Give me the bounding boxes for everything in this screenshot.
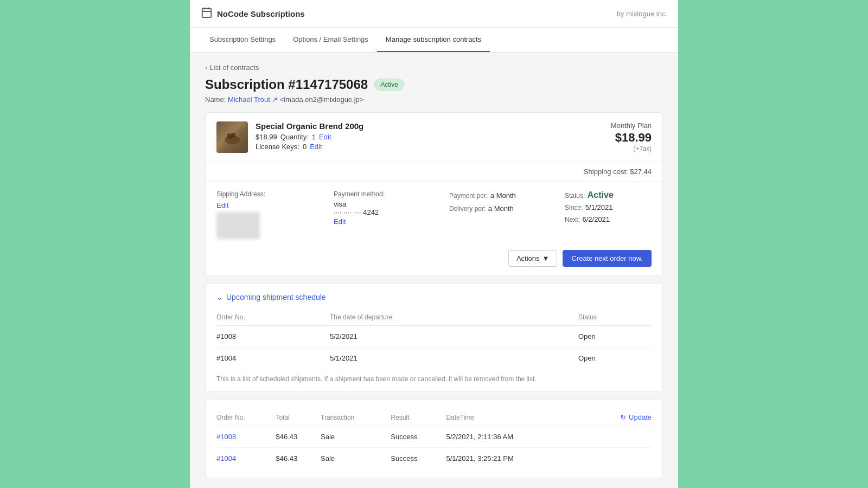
schedule-row: #1004 5/1/2021 Open <box>216 348 652 369</box>
orders-col-datetime: DateTime <box>446 409 586 426</box>
payment-card: ···· ···· ···· 4242 <box>334 208 441 216</box>
license-label: License Keys: <box>256 143 299 151</box>
schedule-card: ⌄ Upcoming shipment schedule Order No. T… <box>205 284 663 392</box>
orders-card: Order No. Total Transaction Result DateT… <box>205 400 663 478</box>
col-departure: The date of departure <box>330 309 578 326</box>
schedule-table: Order No. The date of departure Status #… <box>216 309 652 369</box>
edit-license-link[interactable]: Edit <box>310 143 322 151</box>
actions-label: Actions <box>516 254 540 262</box>
page-header: Subscription #1147175068 Active <box>205 77 663 92</box>
customer-name-label: Name: <box>205 95 228 104</box>
payment-per-label: Payment per: <box>449 192 488 200</box>
schedule-status: Open <box>578 348 652 369</box>
payment-method-value: visa <box>334 200 441 208</box>
order-no-cell: #1008 <box>216 426 276 448</box>
plan-tax: (+Tax) <box>611 145 652 152</box>
top-bar: NoCode Subscriptions by mixlogue inc. <box>190 0 678 28</box>
product-price: $18.99 <box>256 133 277 141</box>
actions-row: Actions ▼ Create next order now. <box>216 250 652 267</box>
refresh-icon: ↻ <box>620 413 626 421</box>
schedule-title[interactable]: Upcoming shipment schedule <box>226 293 326 301</box>
payment-method-col: Payment method: visa ···· ···· ···· 4242… <box>334 190 441 226</box>
svg-rect-0 <box>202 9 212 17</box>
plan-price: $18.99 <box>611 131 652 145</box>
svg-point-7 <box>229 137 233 140</box>
update-label: Update <box>629 413 652 421</box>
edit-payment-link[interactable]: Edit <box>334 217 346 226</box>
chevron-down-icon: ▼ <box>542 254 550 262</box>
since-label: Since: <box>565 204 583 211</box>
nav-tabs: Subscription Settings Options / Email Se… <box>190 28 678 53</box>
product-price-row: $18.99 Quantity: 1 Edit <box>256 133 363 141</box>
create-order-button[interactable]: Create next order now. <box>563 250 652 267</box>
schedule-departure: 5/2/2021 <box>330 326 578 348</box>
license-count: 0 <box>303 143 307 151</box>
customer-email: <imada.en2@mixlogue.jp> <box>280 95 364 104</box>
app-title-area: NoCode Subscriptions <box>201 7 305 21</box>
orders-col-update: ↻ Update <box>586 409 652 426</box>
schedule-status: Open <box>578 326 652 348</box>
col-status: Status <box>578 309 652 326</box>
order-datetime: 5/2/2021, 2:11:36 AM <box>446 426 586 448</box>
tab-options-email-settings[interactable]: Options / Email Settings <box>284 28 377 52</box>
edit-quantity-link[interactable]: Edit <box>319 133 331 141</box>
breadcrumb[interactable]: ‹ List of contracts <box>205 63 663 72</box>
col-order-no: Order No. <box>216 309 330 326</box>
app-title: NoCode Subscriptions <box>217 9 305 18</box>
status-col: Status: Active Since: 5/1/2021 Next: 6/2… <box>565 190 652 224</box>
delivery-per-label: Delivery per: <box>449 205 486 213</box>
shipping-label: Shipping cost: <box>584 168 628 176</box>
order-link[interactable]: #1008 <box>216 433 236 441</box>
subscription-title: Subscription #1147175068 <box>205 77 368 92</box>
schedule-order-no: #1004 <box>216 348 330 369</box>
delivery-per-value: a Month <box>488 204 514 213</box>
product-left: Special Organic Brend 200g $18.99 Quanti… <box>216 121 363 153</box>
product-section: Special Organic Brend 200g $18.99 Quanti… <box>206 113 662 162</box>
status-detail-value: Active <box>588 190 614 200</box>
customer-name-link[interactable]: Michael Trout ↗ <box>228 95 278 104</box>
shipping-address-label: Sipping Address: <box>216 190 325 198</box>
orders-header-row: Order No. Total Transaction Result DateT… <box>216 409 652 426</box>
address-blurred <box>216 212 260 239</box>
schedule-header: ⌄ Upcoming shipment schedule <box>216 293 652 301</box>
app-container: NoCode Subscriptions by mixlogue inc. Su… <box>190 0 678 488</box>
order-result: Success <box>391 448 446 470</box>
breadcrumb-label: List of contracts <box>209 63 259 72</box>
orders-col-total: Total <box>276 409 321 426</box>
actions-button[interactable]: Actions ▼ <box>508 250 558 267</box>
customer-name: Michael Trout <box>228 95 270 104</box>
payment-method-label: Payment method: <box>334 190 441 198</box>
since-value: 5/1/2021 <box>585 203 613 211</box>
chevron-down-icon: ⌄ <box>216 293 223 301</box>
product-image-inner <box>216 121 248 153</box>
orders-table: Order No. Total Transaction Result DateT… <box>216 409 652 469</box>
order-transaction: Sale <box>321 426 391 448</box>
schedule-note: This is a list of scheduled shipments. I… <box>216 375 652 383</box>
orders-col-transaction: Transaction <box>321 409 391 426</box>
status-detail-label: Status: <box>565 192 585 200</box>
orders-row: #1008 $46.43 Sale Success 5/2/2021, 2:11… <box>216 426 652 448</box>
details-grid: Sipping Address: Edit Payment method: vi… <box>216 190 652 239</box>
order-empty <box>586 448 652 470</box>
product-card: Special Organic Brend 200g $18.99 Quanti… <box>205 112 663 276</box>
calendar-icon <box>201 7 213 21</box>
orders-col-result: Result <box>391 409 446 426</box>
tab-manage-contracts[interactable]: Manage subscription contracts <box>377 28 490 52</box>
by-text: by mixlogue inc. <box>617 10 667 18</box>
schedule-header-row: Order No. The date of departure Status <box>216 309 652 326</box>
plan-name: Monthly Plan <box>611 121 652 130</box>
order-link[interactable]: #1004 <box>216 454 236 463</box>
next-label: Next: <box>565 216 580 223</box>
tab-subscription-settings[interactable]: Subscription Settings <box>201 28 284 52</box>
external-link-icon: ↗ <box>272 95 278 104</box>
main-content: ‹ List of contracts Subscription #114717… <box>190 53 678 488</box>
product-quantity-label: Quantity: <box>280 133 309 141</box>
edit-address-link[interactable]: Edit <box>216 201 228 209</box>
order-datetime: 5/1/2021, 3:25:21 PM <box>446 448 586 470</box>
svg-point-6 <box>231 133 235 137</box>
update-button[interactable]: ↻ Update <box>620 413 652 421</box>
product-license-row: License Keys: 0 Edit <box>256 143 363 151</box>
orders-col-order-no: Order No. <box>216 409 276 426</box>
order-transaction: Sale <box>321 448 391 470</box>
product-quantity: 1 <box>312 133 316 141</box>
